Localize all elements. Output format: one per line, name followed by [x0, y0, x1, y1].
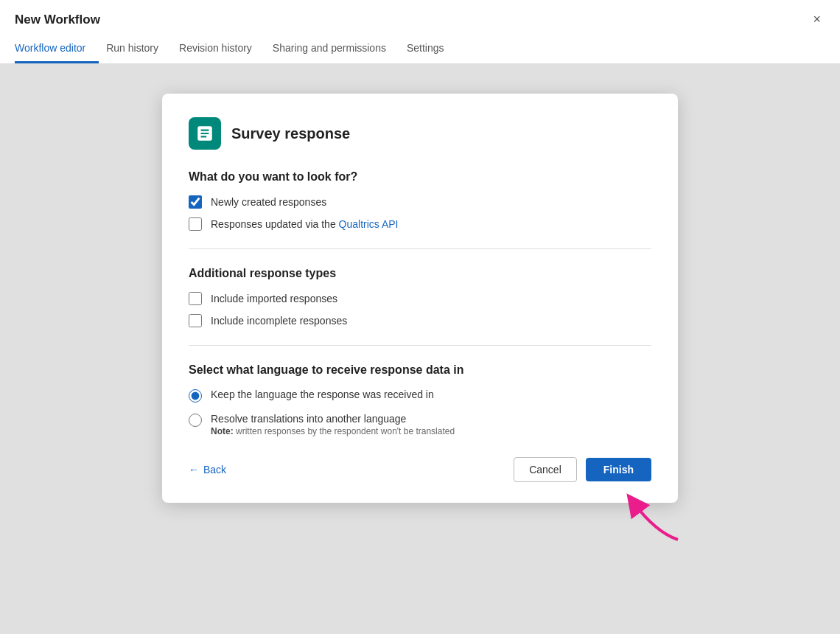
survey-icon: [189, 117, 221, 150]
top-bar: New Workflow × Workflow editor Run histo…: [0, 0, 840, 64]
checkbox-imported: Include imported responses: [189, 292, 651, 305]
incomplete-checkbox[interactable]: [189, 314, 202, 327]
incomplete-label[interactable]: Include incomplete responses: [211, 315, 347, 327]
keep-language-radio[interactable]: [189, 389, 202, 403]
cancel-button[interactable]: Cancel: [514, 457, 577, 482]
section-language: Select what language to receive response…: [189, 363, 651, 436]
section2-heading: Additional response types: [189, 267, 651, 280]
newly-created-label[interactable]: Newly created responses: [211, 196, 326, 208]
dialog-wrapper: Survey response What do you want to look…: [162, 94, 678, 503]
radio-resolve-translations: Resolve translations into another langua…: [189, 413, 651, 436]
tab-workflow-editor[interactable]: Workflow editor: [15, 35, 99, 63]
back-arrow-icon: ←: [189, 464, 199, 475]
section1-heading: What do you want to look for?: [189, 170, 651, 184]
translation-note: Note: written responses by the responden…: [211, 426, 455, 436]
newly-created-checkbox[interactable]: [189, 195, 202, 209]
tab-run-history[interactable]: Run history: [106, 35, 172, 63]
resolve-translations-radio[interactable]: [189, 414, 202, 427]
divider-2: [189, 345, 651, 346]
tab-bar: Workflow editor Run history Revision his…: [15, 35, 825, 63]
dialog-header: Survey response: [189, 117, 651, 150]
section-what-to-look-for: What do you want to look for? Newly crea…: [189, 170, 651, 231]
tab-settings[interactable]: Settings: [407, 35, 458, 63]
qualtrics-api-link[interactable]: Qualtrics API: [339, 218, 399, 230]
checkbox-newly-created: Newly created responses: [189, 195, 651, 209]
dialog-title: Survey response: [231, 125, 350, 142]
section3-heading: Select what language to receive response…: [189, 363, 651, 377]
tab-sharing[interactable]: Sharing and permissions: [273, 35, 399, 63]
resolve-translations-label[interactable]: Resolve translations into another langua…: [211, 413, 455, 436]
back-button[interactable]: ← Back: [189, 464, 226, 475]
imported-checkbox[interactable]: [189, 292, 202, 305]
finish-button[interactable]: Finish: [586, 458, 651, 481]
dialog-card: Survey response What do you want to look…: [162, 94, 678, 503]
footer-right: Cancel Finish: [514, 457, 651, 482]
tab-revision-history[interactable]: Revision history: [179, 35, 265, 63]
responses-updated-checkbox[interactable]: [189, 217, 202, 231]
radio-keep-language: Keep the language the response was recei…: [189, 389, 651, 403]
checkbox-incomplete: Include incomplete responses: [189, 314, 651, 327]
main-content: Survey response What do you want to look…: [0, 64, 840, 503]
imported-label[interactable]: Include imported responses: [211, 293, 337, 304]
close-button[interactable]: ×: [808, 10, 825, 29]
checkbox-responses-updated: Responses updated via the Qualtrics API: [189, 217, 651, 231]
dialog-footer: ← Back Cancel Finish: [189, 457, 651, 482]
responses-updated-label[interactable]: Responses updated via the Qualtrics API: [211, 218, 399, 230]
window-title: New Workflow: [15, 13, 100, 27]
keep-language-label[interactable]: Keep the language the response was recei…: [211, 389, 434, 400]
section-additional-types: Additional response types Include import…: [189, 267, 651, 327]
divider-1: [189, 248, 651, 249]
